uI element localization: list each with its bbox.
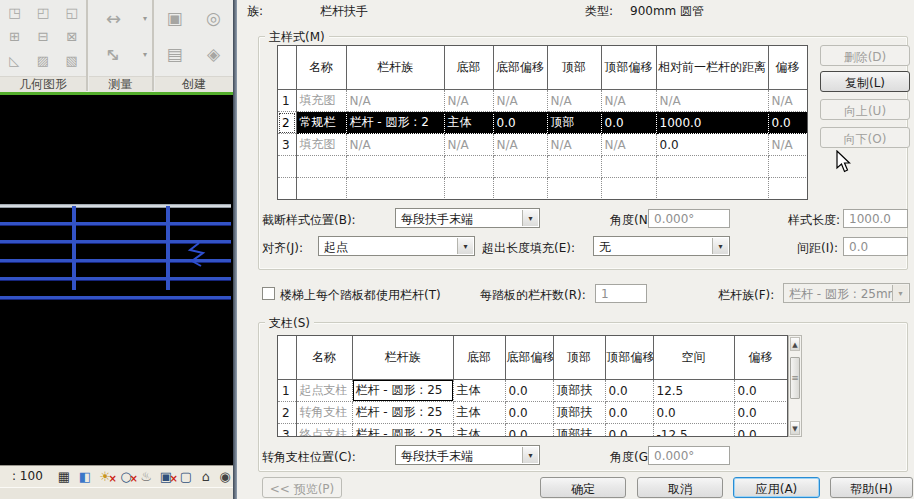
cell-top[interactable]: 顶部扶 xyxy=(553,424,605,438)
row-number[interactable]: 3 xyxy=(278,424,296,438)
cell-base[interactable]: 主体 xyxy=(453,380,505,402)
cell-base-offset[interactable]: N/A xyxy=(493,90,547,112)
cell-family[interactable]: 栏杆 - 圆形 : 25 xyxy=(352,380,453,402)
scrollbar-thumb[interactable]: ≡ xyxy=(790,357,800,399)
cell-top[interactable]: 顶部扶 xyxy=(553,402,605,424)
pattern-length-input[interactable]: 1000.0 xyxy=(843,209,908,228)
cell-space[interactable]: 0.0 xyxy=(653,402,734,424)
cell-base[interactable]: 主体 xyxy=(453,424,505,438)
cell-offset[interactable]: 0.0 xyxy=(734,402,787,424)
cell-distance[interactable]: 0.0 xyxy=(656,134,768,156)
corner-posts-select[interactable]: 每段扶手末端 ▾ xyxy=(395,445,540,465)
cell-base-offset[interactable]: N/A xyxy=(493,134,547,156)
justify-select[interactable]: 起点 ▾ xyxy=(318,236,475,256)
cell-base[interactable]: N/A xyxy=(444,134,493,156)
geometry-tool-icon[interactable]: ◰ xyxy=(37,5,49,20)
balusters-per-tread-input[interactable]: 1 xyxy=(595,284,647,303)
measure-diagonal-icon[interactable]: ↔ xyxy=(101,41,127,67)
cell-family[interactable]: 栏杆 - 圆形 : 25 xyxy=(352,402,453,424)
cell-family[interactable]: N/A xyxy=(346,90,444,112)
cell-base-offset[interactable]: 0.0 xyxy=(505,424,553,438)
cancel-button[interactable]: 取消 xyxy=(637,477,723,498)
break-pattern-select[interactable]: 每段扶手末端 ▾ xyxy=(395,208,540,228)
geometry-tool-icon[interactable]: ◺ xyxy=(9,53,19,68)
cell-base[interactable]: N/A xyxy=(444,90,493,112)
visual-style-icon[interactable]: ◧ xyxy=(76,468,94,485)
crop-region-icon[interactable]: ▢ xyxy=(177,468,195,485)
cell-space[interactable]: 12.5 xyxy=(653,380,734,402)
cell-name[interactable]: 起点支柱 xyxy=(296,380,352,402)
cell-top[interactable]: 顶部 xyxy=(547,112,601,134)
row-number[interactable]: 3 xyxy=(278,134,296,156)
view-lock-icon[interactable]: ⌂ xyxy=(197,468,215,485)
cell-offset[interactable]: 0.0 xyxy=(734,380,787,402)
help-button[interactable]: 帮助(H) xyxy=(830,477,913,498)
posts-table-scrollbar[interactable]: ▲ ≡ ▼ xyxy=(788,335,802,437)
create-group-icon[interactable]: ▣ xyxy=(166,8,182,28)
geometry-tool-icon[interactable]: ◳ xyxy=(8,5,20,20)
cell-distance[interactable]: N/A xyxy=(656,90,768,112)
baluster-family-select[interactable]: 栏杆 - 圆形 : 25mm ▾ xyxy=(783,283,910,303)
scroll-down-button[interactable]: ▼ xyxy=(790,421,800,435)
cell-top[interactable]: 顶部扶 xyxy=(553,380,605,402)
cell-base[interactable]: 主体 xyxy=(444,112,493,134)
cell-offset[interactable]: 0.0 xyxy=(734,424,787,438)
preview-button[interactable]: << 预览(P) xyxy=(262,477,342,498)
cell-base-offset[interactable]: 0.0 xyxy=(493,112,547,134)
corner-angle-input[interactable]: 0.000° xyxy=(648,446,730,465)
cell-name[interactable]: 填充图 xyxy=(296,134,346,156)
chevron-down-icon[interactable]: ▾ xyxy=(143,50,147,59)
cell-offset[interactable]: N/A xyxy=(768,90,807,112)
create-parts-icon[interactable]: ◈ xyxy=(207,44,220,64)
view-scale[interactable]: : 100 xyxy=(12,469,43,483)
move-up-button[interactable]: 向上(U) xyxy=(820,99,910,120)
cell-family[interactable]: 栏杆 - 圆形 : 25 xyxy=(352,424,453,438)
shadows-icon[interactable]: ○× xyxy=(117,468,135,485)
cell-family[interactable]: N/A xyxy=(346,134,444,156)
cell-top-offset[interactable]: 0.0 xyxy=(605,424,653,438)
spacing-input[interactable]: 0.0 xyxy=(843,237,908,256)
demolish-tool-icon[interactable]: ▧ xyxy=(66,53,78,68)
move-down-button[interactable]: 向下(O) xyxy=(820,127,910,148)
sun-path-icon[interactable]: ☀× xyxy=(96,468,114,485)
cell-top-offset[interactable]: 0.0 xyxy=(601,112,656,134)
crop-view-icon[interactable]: ▣× xyxy=(157,468,175,485)
row-number[interactable]: 2 xyxy=(278,402,296,424)
cell-base-offset[interactable]: 0.0 xyxy=(505,402,553,424)
row-number[interactable]: 2 xyxy=(278,112,296,134)
apply-button[interactable]: 应用(A) xyxy=(733,477,820,498)
drawing-viewport[interactable] xyxy=(0,95,233,465)
rendering-dialog-icon[interactable]: ♨ xyxy=(137,468,155,485)
steering-wheel-icon[interactable]: ◉ xyxy=(216,468,234,485)
cell-family[interactable]: 栏杆 - 圆形 : 2 xyxy=(346,112,444,134)
cell-name[interactable]: 转角支柱 xyxy=(296,402,352,424)
duplicate-button[interactable]: 复制(L) xyxy=(820,71,910,92)
geometry-tool-icon[interactable]: ◱ xyxy=(66,5,78,20)
ribbon-panel-label-geometry[interactable]: 几何图形 xyxy=(0,76,86,92)
cell-name[interactable]: 常规栏 xyxy=(296,112,346,134)
cell-top[interactable]: N/A xyxy=(547,134,601,156)
delete-button[interactable]: 删除(D) xyxy=(820,45,910,66)
cell-top-offset[interactable]: 0.0 xyxy=(605,402,653,424)
cell-distance[interactable]: 1000.0 xyxy=(656,112,768,134)
cell-base[interactable]: 主体 xyxy=(453,402,505,424)
cell-top-offset[interactable]: N/A xyxy=(601,134,656,156)
create-similar-icon[interactable]: ◎ xyxy=(206,8,221,28)
detail-level-icon[interactable]: ▦ xyxy=(55,468,73,485)
scroll-up-button[interactable]: ▲ xyxy=(790,337,800,351)
excess-fill-select[interactable]: 无 ▾ xyxy=(593,236,730,256)
create-assembly-icon[interactable]: ▤ xyxy=(166,44,182,64)
ok-button[interactable]: 确定 xyxy=(540,477,626,498)
ribbon-panel-label-create[interactable]: 创建 xyxy=(155,76,233,92)
cell-space[interactable]: -12.5 xyxy=(653,424,734,438)
pencil-edit-icon[interactable]: ▨ xyxy=(37,53,49,68)
cell-offset[interactable]: 0.0 xyxy=(768,112,807,134)
geometry-tool-icon[interactable]: ⊠ xyxy=(66,29,77,44)
ribbon-panel-label-measure[interactable]: 测量 xyxy=(89,76,152,92)
chevron-down-icon[interactable]: ▾ xyxy=(143,14,147,23)
row-number[interactable]: 1 xyxy=(278,90,296,112)
cell-top-offset[interactable]: N/A xyxy=(601,90,656,112)
row-number[interactable]: 1 xyxy=(278,380,296,402)
per-tread-checkbox[interactable] xyxy=(262,287,275,300)
measure-linear-icon[interactable]: ↔ xyxy=(106,8,121,29)
